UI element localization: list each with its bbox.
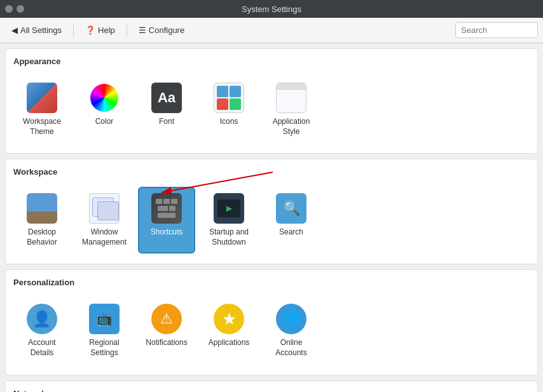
startup-shutdown-item[interactable]: Startup andShutdown xyxy=(200,187,258,253)
color-item[interactable]: Color xyxy=(76,76,133,143)
regional-settings-label: RegionalSettings xyxy=(89,338,119,358)
workspace-grid: DesktopBehavior WindowManagement xyxy=(13,187,530,253)
help-label: Help xyxy=(98,25,115,35)
workspace-title: Workspace xyxy=(13,167,530,179)
account-details-label: AccountDetails xyxy=(28,338,55,358)
applications-item[interactable]: ★ Applications xyxy=(200,297,258,364)
personalization-title: Personalization xyxy=(13,278,530,290)
font-label: Font xyxy=(159,117,174,127)
back-label: All Settings xyxy=(20,25,62,35)
shortcuts-item[interactable]: Shortcuts xyxy=(138,187,195,253)
back-button[interactable]: ◀ All Settings xyxy=(5,23,68,37)
titlebar: System Settings xyxy=(0,0,543,18)
workspace-theme-label: WorkspaceTheme xyxy=(23,117,61,137)
online-accounts-item[interactable]: 🌐 OnlineAccounts xyxy=(263,297,320,364)
configure-label: Configure xyxy=(149,25,184,35)
application-style-item[interactable]: ApplicationStyle xyxy=(263,76,320,143)
regional-settings-item[interactable]: 📺 RegionalSettings xyxy=(76,297,133,364)
shortcuts-label: Shortcuts xyxy=(151,227,183,238)
account-details-item[interactable]: 👤 AccountDetails xyxy=(13,297,71,364)
back-arrow-icon: ◀ xyxy=(11,25,18,35)
online-accounts-icon: 🌐 xyxy=(276,304,306,334)
window-management-item[interactable]: WindowManagement xyxy=(76,187,133,253)
startup-shutdown-icon xyxy=(214,193,244,224)
search-label: Search xyxy=(279,227,303,238)
workspace-theme-item[interactable]: WorkspaceTheme xyxy=(13,76,71,143)
notifications-icon: ⚠ xyxy=(151,304,182,334)
network-section: Network 🌐 Settings 🌐 Connectivity ⚡ Blue… xyxy=(5,381,538,392)
font-item[interactable]: Aa Font xyxy=(138,76,195,143)
desktop-behavior-item[interactable]: DesktopBehavior xyxy=(13,187,71,253)
applications-label: Applications xyxy=(209,338,250,348)
startup-shutdown-label: Startup andShutdown xyxy=(209,227,249,247)
search-icon: 🔍 xyxy=(276,193,306,224)
desktop-behavior-label: DesktopBehavior xyxy=(27,227,57,247)
toolbar-separator-1 xyxy=(73,24,74,37)
workspace-section: Workspace DesktopBehavior WindowManageme… xyxy=(5,159,538,264)
titlebar-title: System Settings xyxy=(242,4,301,14)
regional-settings-icon: 📺 xyxy=(89,304,120,334)
account-details-icon: 👤 xyxy=(27,304,57,334)
notifications-item[interactable]: ⚠ Notifications xyxy=(138,297,195,364)
configure-button[interactable]: ☰ Configure xyxy=(132,23,191,37)
icons-item[interactable]: Icons xyxy=(200,76,258,143)
appearance-grid: WorkspaceTheme Color Aa Font xyxy=(13,76,530,143)
toolbar-separator-2 xyxy=(127,24,127,37)
icons-icon xyxy=(214,83,244,113)
shortcuts-icon xyxy=(151,193,182,224)
workspace-theme-icon xyxy=(27,83,57,113)
icons-label: Icons xyxy=(220,117,238,127)
color-icon xyxy=(89,83,120,113)
applications-icon: ★ xyxy=(214,304,244,334)
help-icon: ❓ xyxy=(85,25,95,35)
appearance-section: Appearance WorkspaceTheme Color Aa Font xyxy=(5,48,538,154)
application-style-label: ApplicationStyle xyxy=(273,117,310,137)
personalization-section: Personalization 👤 AccountDetails 📺 Regio… xyxy=(5,269,538,375)
search-item[interactable]: 🔍 Search xyxy=(263,187,320,253)
help-button[interactable]: ❓ Help xyxy=(79,23,121,37)
application-style-icon xyxy=(276,83,306,113)
desktop-behavior-icon xyxy=(27,193,57,224)
configure-icon: ☰ xyxy=(139,25,146,35)
network-title: Network xyxy=(13,389,530,392)
notifications-label: Notifications xyxy=(146,338,187,348)
titlebar-dot-1 xyxy=(5,5,13,13)
window-management-icon xyxy=(89,193,120,224)
toolbar: ◀ All Settings ❓ Help ☰ Configure xyxy=(0,18,543,43)
color-label: Color xyxy=(95,117,114,127)
search-input[interactable] xyxy=(455,22,538,38)
font-icon: Aa xyxy=(151,83,182,113)
window-management-label: WindowManagement xyxy=(82,227,127,247)
main-content: Appearance WorkspaceTheme Color Aa Font xyxy=(0,43,543,392)
online-accounts-label: OnlineAccounts xyxy=(275,338,306,358)
personalization-grid: 👤 AccountDetails 📺 RegionalSettings ⚠ No… xyxy=(13,297,530,364)
titlebar-dot-2 xyxy=(17,5,24,13)
titlebar-icons xyxy=(5,5,24,13)
appearance-title: Appearance xyxy=(13,57,530,69)
